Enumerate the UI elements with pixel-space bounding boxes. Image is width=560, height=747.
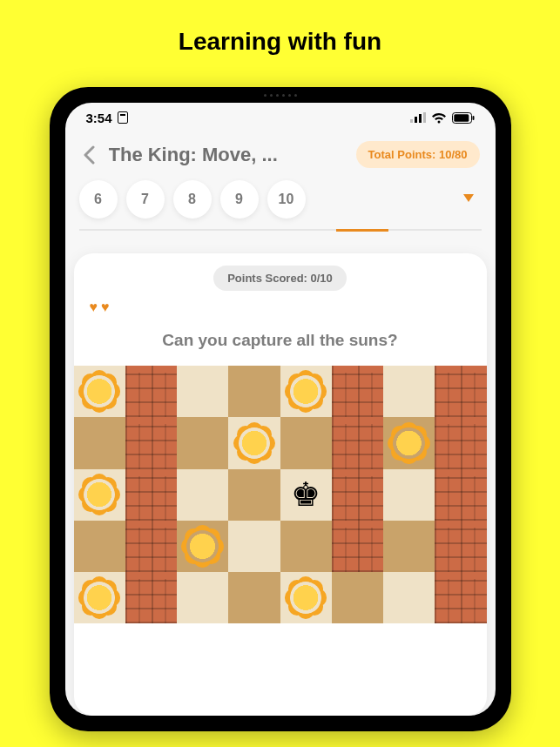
board-square[interactable] [228,521,280,572]
step-progress-track [79,229,482,231]
king-square[interactable]: ♚ [280,469,332,521]
wifi-icon [431,112,447,124]
wall-square [435,417,486,468]
sun-square[interactable] [177,521,228,572]
step-progress-fill [336,229,388,232]
board-square[interactable] [280,417,332,468]
svg-rect-6 [472,116,474,120]
board-square[interactable] [228,366,280,417]
board-square[interactable] [177,469,228,521]
sim-card-icon [118,111,128,124]
chevron-left-icon [83,145,95,165]
board-square[interactable] [177,572,228,623]
svg-rect-3 [423,112,426,123]
status-left: 3:54 [86,111,128,125]
total-points-pill: Total Points: 10/80 [356,141,480,168]
sun-square[interactable] [280,366,332,417]
heart-icon: ♥ [90,299,98,315]
wall-square [435,366,486,417]
board-square[interactable] [177,366,228,417]
heart-icon: ♥ [101,299,110,315]
board-square[interactable] [177,417,228,468]
board-square[interactable] [228,572,280,623]
back-button[interactable] [76,142,102,168]
board-square[interactable] [383,469,435,521]
sun-square[interactable] [228,417,280,468]
cellular-signal-icon [410,112,426,123]
board-square[interactable] [280,521,332,572]
wall-square [125,417,177,468]
hearts-row: ♥♥ [74,291,487,315]
lesson-header: The King: Move, ... Total Points: 10/80 [65,132,496,180]
step-7[interactable]: 7 [126,180,165,219]
step-row: 6 7 8 9 10 [74,180,487,219]
wall-square [332,469,383,521]
board-square[interactable] [74,417,125,468]
lesson-title: The King: Move, ... [109,144,349,166]
svg-rect-2 [419,114,422,123]
chess-board[interactable]: ♚ [74,366,487,623]
sun-square[interactable] [74,366,125,417]
step-9[interactable]: 9 [220,180,259,219]
board-square[interactable] [383,521,435,572]
svg-rect-5 [454,114,469,121]
step-navigator: 6 7 8 9 10 [65,180,496,238]
tablet-frame: 3:54 [50,87,511,731]
wall-square [332,417,383,468]
wall-square [435,572,486,623]
screen: 3:54 [65,103,496,716]
step-6[interactable]: 6 [79,180,118,219]
wall-square [332,366,383,417]
wall-square [125,366,177,417]
wall-square [332,521,383,572]
svg-rect-1 [415,117,417,123]
svg-rect-0 [410,119,413,123]
board-square[interactable] [383,366,435,417]
sun-square[interactable] [74,572,125,623]
wall-square [125,572,177,623]
step-10[interactable]: 10 [267,180,306,219]
sun-square[interactable] [280,572,332,623]
wall-square [435,521,486,572]
status-time: 3:54 [86,111,112,125]
question-text: Can you capture all the suns? [74,315,487,366]
tablet-speaker-dots [264,94,297,97]
board-square[interactable] [74,521,125,572]
board-square[interactable] [383,572,435,623]
puzzle-card: Points Scored: 0/10 ♥♥ Can you capture a… [74,253,487,716]
step-dropdown-button[interactable] [455,192,482,206]
caret-down-icon [462,193,475,204]
wall-square [125,469,177,521]
status-right [410,112,475,124]
king-piece-icon[interactable]: ♚ [291,478,320,511]
sun-square[interactable] [74,469,125,521]
status-bar: 3:54 [65,103,496,132]
wall-square [125,521,177,572]
board-square[interactable] [228,469,280,521]
wall-square [435,469,486,521]
headline: Learning with fun [0,0,560,56]
points-scored-pill: Points Scored: 0/10 [213,266,347,291]
step-8[interactable]: 8 [173,180,212,219]
sun-square[interactable] [383,417,435,468]
board-square[interactable] [332,572,383,623]
battery-icon [452,112,475,124]
